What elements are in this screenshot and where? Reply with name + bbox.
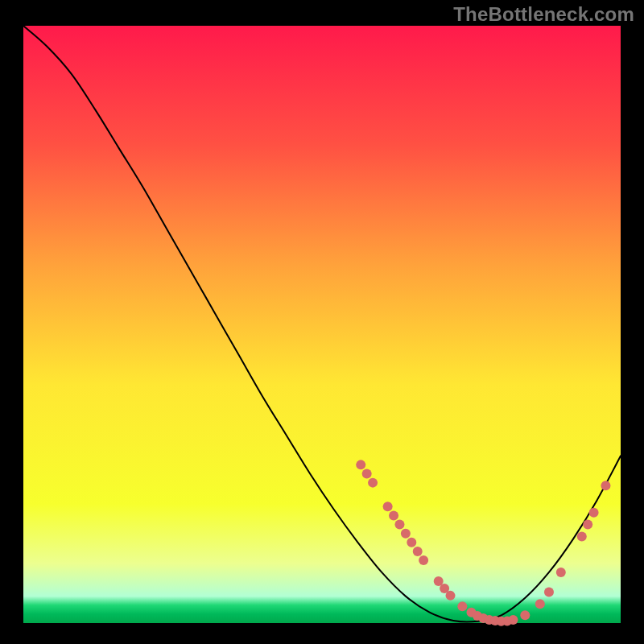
data-marker (544, 587, 554, 597)
data-marker (583, 520, 592, 530)
chart-container: TheBottleneck.com (0, 0, 644, 644)
data-marker (556, 568, 566, 577)
data-marker (394, 520, 404, 530)
data-marker (389, 510, 398, 520)
data-marker (401, 529, 411, 539)
watermark-text: TheBottleneck.com (453, 3, 634, 26)
data-marker (419, 555, 428, 565)
data-marker (362, 469, 372, 479)
data-marker (383, 502, 393, 511)
plot-background (23, 26, 621, 623)
data-marker (535, 599, 545, 609)
data-marker (520, 610, 530, 620)
data-marker (356, 460, 365, 469)
data-marker (446, 591, 456, 601)
data-marker (457, 601, 467, 611)
data-marker (601, 481, 610, 490)
data-marker (413, 547, 423, 556)
data-marker (368, 478, 378, 488)
data-marker (589, 508, 599, 518)
data-marker (407, 538, 416, 547)
data-marker (577, 531, 587, 541)
bottleneck-chart (0, 0, 644, 644)
data-marker (508, 615, 518, 625)
